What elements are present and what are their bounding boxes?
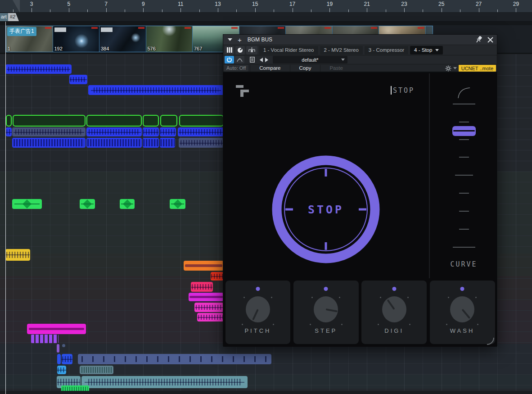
audio-clip[interactable] bbox=[170, 199, 185, 209]
audio-clip[interactable] bbox=[143, 138, 159, 148]
preset-dropdown-icon[interactable] bbox=[341, 59, 345, 61]
audio-clip[interactable] bbox=[57, 366, 66, 374]
preset-file-icon[interactable] bbox=[248, 56, 256, 63]
automation-curve-icon[interactable] bbox=[235, 56, 244, 63]
close-icon[interactable] bbox=[487, 37, 493, 43]
audio-clip[interactable] bbox=[27, 324, 86, 334]
ruler-tick bbox=[143, 8, 144, 12]
previous-preset-icon[interactable] bbox=[260, 58, 263, 62]
audio-clip[interactable] bbox=[69, 75, 87, 84]
curve-scale-tick bbox=[453, 247, 475, 248]
audio-clip[interactable] bbox=[80, 366, 113, 374]
audio-clip[interactable] bbox=[13, 115, 86, 127]
audio-clip[interactable] bbox=[12, 127, 86, 136]
audio-clip[interactable] bbox=[160, 127, 176, 136]
add-insert-icon[interactable]: + bbox=[238, 36, 242, 43]
marker-lane[interactable] bbox=[0, 13, 532, 22]
audio-clip[interactable] bbox=[86, 127, 142, 136]
audio-clip[interactable] bbox=[120, 199, 135, 209]
frame-number: 576 bbox=[148, 46, 156, 51]
pin-icon[interactable] bbox=[476, 36, 482, 43]
audio-clip[interactable] bbox=[86, 138, 142, 148]
audio-clip[interactable] bbox=[178, 127, 224, 136]
plugin-tab-1[interactable]: 1 - Vocal Rider Stereo bbox=[259, 46, 318, 54]
ruler-tick bbox=[87, 9, 88, 12]
routing-icon[interactable] bbox=[246, 46, 257, 54]
next-preset-icon[interactable] bbox=[265, 58, 268, 62]
auto-mode-button[interactable]: Auto: Off bbox=[224, 65, 248, 72]
audio-clip[interactable] bbox=[86, 115, 142, 127]
audio-clip[interactable] bbox=[160, 138, 175, 148]
audio-clip[interactable] bbox=[78, 354, 271, 364]
plugin-tab-3[interactable]: 3 - Compressor bbox=[365, 46, 408, 54]
audio-clip[interactable] bbox=[62, 354, 72, 364]
audio-clip[interactable] bbox=[143, 127, 159, 136]
arranger-marker[interactable]: art #2 bbox=[0, 13, 19, 21]
video-thumbnail[interactable]: 384 bbox=[99, 26, 146, 52]
audio-clip[interactable] bbox=[57, 344, 59, 353]
ruler-tick bbox=[293, 8, 293, 12]
audio-clip[interactable] bbox=[143, 115, 159, 127]
timeline-ruler[interactable]: 357911131517192123252729 bbox=[0, 0, 532, 13]
mode-display-field[interactable]: STOP bbox=[391, 86, 415, 95]
playhead[interactable] bbox=[5, 22, 6, 394]
digi-knob[interactable] bbox=[382, 296, 406, 322]
audio-clip[interactable] bbox=[62, 344, 65, 347]
paste-button[interactable]: Paste bbox=[320, 65, 352, 72]
audio-clip[interactable] bbox=[12, 138, 86, 148]
audio-clip[interactable] bbox=[5, 249, 30, 261]
pitch-knob[interactable] bbox=[246, 296, 270, 322]
stop-dial[interactable]: STOP bbox=[267, 151, 384, 268]
audio-clip[interactable] bbox=[211, 272, 224, 281]
ruler-tick bbox=[180, 8, 181, 12]
plugin-tab-2[interactable]: 2 - MV2 Stereo bbox=[320, 46, 363, 54]
curve-scale-tick bbox=[459, 211, 469, 212]
audio-clip[interactable] bbox=[191, 282, 213, 292]
audio-clip[interactable] bbox=[184, 261, 224, 271]
audio-clip[interactable] bbox=[80, 199, 95, 209]
audio-clip[interactable] bbox=[179, 138, 224, 148]
preset-selector[interactable]: default* bbox=[273, 56, 347, 63]
audio-clip[interactable] bbox=[5, 64, 72, 74]
audio-clip[interactable] bbox=[88, 85, 224, 95]
audio-clip[interactable] bbox=[160, 115, 177, 127]
video-thumbnail[interactable]: 576 bbox=[146, 26, 193, 52]
channel-bars-icon[interactable] bbox=[225, 46, 234, 54]
knob-icon[interactable] bbox=[235, 46, 245, 54]
video-thumbnail[interactable]: 192 bbox=[53, 26, 100, 52]
audio-clip[interactable] bbox=[189, 293, 224, 301]
track-gap bbox=[0, 22, 532, 25]
ucnet-remote-button[interactable]: UCNET ..mote bbox=[459, 65, 496, 72]
plugin-tab-4[interactable]: 4 - Stop bbox=[410, 46, 443, 54]
wash-knob[interactable] bbox=[450, 296, 474, 322]
audio-clip[interactable] bbox=[179, 115, 224, 127]
plugin-control-row: default* bbox=[223, 55, 497, 64]
audio-clip[interactable] bbox=[6, 127, 12, 136]
bar-gridline bbox=[125, 54, 125, 391]
audio-clip[interactable] bbox=[6, 115, 12, 127]
compare-button[interactable]: Compare bbox=[250, 65, 289, 72]
plugin-titlebar[interactable]: + BGM BUS bbox=[223, 35, 497, 45]
copy-button[interactable]: Copy bbox=[290, 65, 320, 72]
video-clip-label: 手表广告1 bbox=[7, 27, 36, 36]
midi-clip[interactable] bbox=[31, 335, 59, 343]
gear-dropdown-icon[interactable] bbox=[453, 67, 457, 69]
knob-scale-dot bbox=[311, 297, 313, 298]
audio-clip[interactable] bbox=[57, 354, 61, 364]
bar-gridline bbox=[87, 54, 88, 391]
window-dropdown-icon[interactable] bbox=[228, 38, 232, 41]
bypass-power-button[interactable] bbox=[225, 56, 234, 63]
audio-clip[interactable] bbox=[194, 303, 224, 312]
bar-gridline bbox=[143, 54, 144, 391]
audio-clip[interactable] bbox=[81, 376, 248, 388]
knob-scale-dot bbox=[446, 324, 447, 325]
knob-panel-digi: DIGI bbox=[361, 281, 427, 344]
gear-icon[interactable] bbox=[445, 65, 451, 72]
step-knob[interactable] bbox=[314, 296, 338, 322]
audio-clip[interactable] bbox=[12, 199, 42, 209]
ruler-tick bbox=[32, 8, 32, 12]
knob-pointer bbox=[252, 309, 259, 320]
knob-panel-pitch: PITCH bbox=[225, 281, 291, 344]
audio-clip[interactable] bbox=[197, 313, 224, 322]
curve-slider-handle[interactable] bbox=[452, 126, 476, 136]
